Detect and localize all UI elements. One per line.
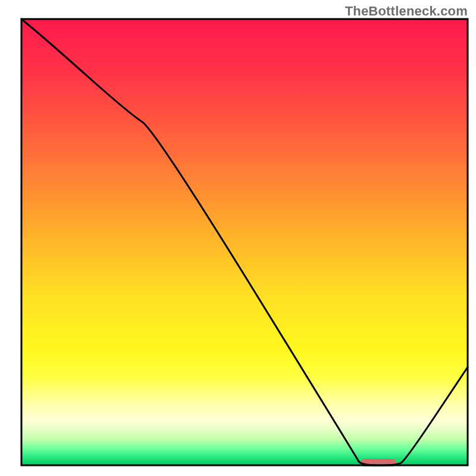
- chart-frame: TheBottleneck.com: [0, 0, 476, 476]
- watermark-text: TheBottleneck.com: [345, 4, 468, 19]
- bottleneck-chart: [0, 0, 476, 476]
- plot-background: [21, 19, 468, 465]
